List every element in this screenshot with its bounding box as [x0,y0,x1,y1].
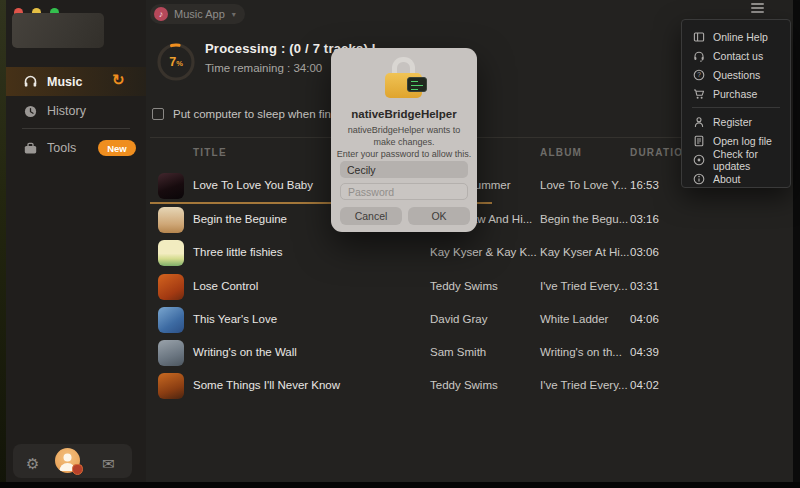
track-album: I've Tried Every... [540,280,628,292]
menu-item-label: Online Help [713,31,768,43]
table-row[interactable]: Lose Control Teddy Swims I've Tried Ever… [150,270,686,303]
track-title: This Year's Love [193,313,277,325]
book-icon [693,31,705,43]
mail-icon[interactable]: ✉ [102,456,115,471]
track-title: Some Things I'll Never Know [193,379,340,391]
menu-item-label: Purchase [713,88,757,100]
album-art [158,173,184,199]
auth-dialog: nativeBridgeHelper nativeBridgeHelper wa… [331,48,477,232]
new-badge: New [98,140,136,156]
sleep-checkbox[interactable] [152,108,164,120]
menu-item-questions[interactable]: ? Questions [682,65,790,84]
track-title: Lose Control [193,280,258,292]
track-album: I've Tried Every... [540,379,628,391]
menu-item-label: Open log file [713,135,772,147]
track-artist: Kay Kyser & Kay K... [430,246,537,258]
time-remaining-text: Time remaining : 34:00 [205,62,322,74]
table-row[interactable]: Some Things I'll Never Know Teddy Swims … [150,369,686,402]
menu-item-online-help[interactable]: Online Help [682,27,790,46]
menu-divider [692,107,780,108]
track-artist: Sam Smith [430,346,486,358]
user-icon [693,116,705,128]
menu-item-label: About [713,173,740,185]
app-dropdown-menu: Online Help Contact us ? Questions Purch… [681,19,791,188]
track-title: Begin the Beguine [193,213,287,225]
hamburger-menu-icon[interactable] [751,3,764,14]
menu-item-contact-us[interactable]: Contact us [682,46,790,65]
sidebar-item-music[interactable]: Music [6,67,146,96]
menu-item-register[interactable]: Register [682,112,790,131]
cancel-button[interactable]: Cancel [340,207,402,225]
progress-percent: 7% [155,41,197,83]
track-artist: David Gray [430,313,488,325]
menu-item-check-for-updates[interactable]: Check for updates [682,150,790,169]
dialog-prompt: Enter your password to allow this. [331,149,477,159]
sidebar-item-label: Tools [47,141,76,155]
track-artist: Teddy Swims [430,280,498,292]
track-title: Love To Love You Baby [193,179,313,191]
table-row[interactable]: Three little fishies Kay Kyser & Kay K..… [150,236,686,269]
cart-icon [693,88,705,100]
track-duration: 03:06 [630,246,659,258]
app-logo-blurred [12,13,104,48]
track-album: Writing's on th... [540,346,622,358]
track-duration: 03:31 [630,280,659,292]
music-note-icon: ♪ [154,7,168,21]
menu-item-label: Questions [713,69,760,81]
menu-item-purchase[interactable]: Purchase [682,84,790,103]
track-album: Love To Love Y... [540,179,627,191]
track-album: White Ladder [540,313,608,325]
clock-icon [23,104,38,119]
briefcase-icon [23,141,38,156]
sidebar-divider [22,128,130,129]
desktop-edge-right [793,0,800,488]
headset-icon [693,50,705,62]
question-icon: ? [693,69,705,81]
album-art [158,240,184,266]
track-duration: 04:06 [630,313,659,325]
track-duration: 04:02 [630,379,659,391]
menu-item-label: Register [713,116,752,128]
chevron-down-icon: ▾ [232,10,236,19]
shield-badge-icon [72,464,83,475]
track-album: Begin the Begu... [540,213,628,225]
ok-button[interactable]: OK [408,207,470,225]
username-field[interactable] [340,161,468,178]
headphones-icon [23,74,38,89]
album-art [158,373,184,399]
track-album: Kay Kyser At Hi... [540,246,629,258]
album-art [158,274,184,300]
dialog-title: nativeBridgeHelper [331,108,477,120]
log-file-icon [693,135,705,147]
album-art [158,207,184,233]
sidebar-item-history[interactable]: History [6,97,146,125]
column-header-title[interactable]: TITLE [193,147,227,158]
album-art [158,340,184,366]
desktop-edge-bottom [0,482,800,488]
sidebar-item-label: Music [47,75,82,89]
menu-item-label: Contact us [713,50,763,62]
track-artist: Teddy Swims [430,379,498,391]
app-title: Music App [174,8,225,20]
track-duration: 04:39 [630,346,659,358]
track-duration: 16:53 [630,179,659,191]
gear-icon[interactable]: ⚙ [26,456,39,471]
track-duration: 03:16 [630,213,659,225]
info-icon [693,173,705,185]
menu-item-label: Check for updates [713,148,790,172]
update-icon [693,154,705,166]
sidebar-item-tools[interactable]: Tools New [6,134,146,162]
track-title: Writing's on the Wall [193,346,297,358]
sleep-checkbox-row: Put computer to sleep when finished [152,108,358,120]
menu-item-about[interactable]: About [682,169,790,188]
table-row[interactable]: This Year's Love David Gray White Ladder… [150,303,686,336]
svg-text:?: ? [697,71,701,78]
album-art [158,307,184,333]
terminal-badge-icon [407,77,427,92]
app-title-pill[interactable]: ♪ Music App ▾ [150,4,245,24]
table-row[interactable]: Writing's on the Wall Sam Smith Writing'… [150,336,686,369]
column-header-album[interactable]: ALBUM [540,147,582,158]
refresh-icon[interactable]: ↻ [112,71,125,89]
dialog-message: nativeBridgeHelper wants to make changes… [344,124,464,148]
password-field[interactable] [340,183,468,200]
